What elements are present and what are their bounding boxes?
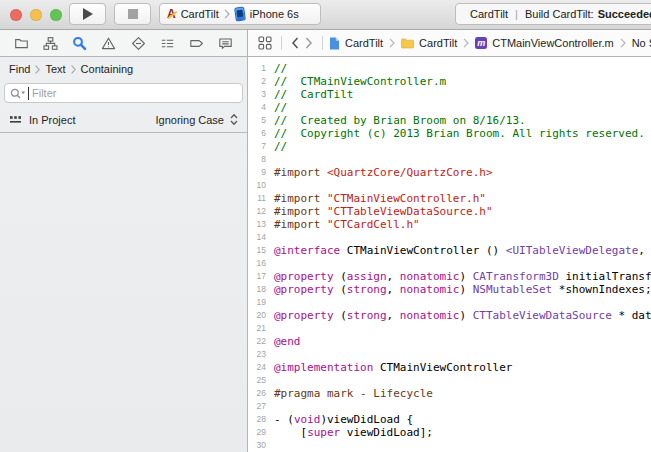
code-line-content[interactable]: // [274,140,287,153]
related-items-icon[interactable] [258,36,272,50]
line-number[interactable]: 5 [248,114,274,127]
line-number[interactable]: 18 [248,283,274,296]
line-number[interactable]: 30 [248,439,274,452]
line-number[interactable]: 15 [248,244,274,257]
code-line-content[interactable]: [super viewDidLoad]; [274,426,433,439]
report-navigator-icon[interactable] [218,35,234,51]
stepper-icon[interactable] [230,113,238,126]
go-forward-button[interactable] [305,37,313,49]
code-line-content[interactable]: @interface CTMainViewController () <UITa… [274,244,645,257]
line-number[interactable]: 8 [248,153,274,166]
find-mode-item-text[interactable]: Text [45,63,65,75]
code-line-content[interactable]: // [274,101,287,114]
find-scope-button[interactable]: In Project [9,114,75,126]
find-navigator-icon[interactable] [72,35,88,51]
code-line-content[interactable]: - (void)viewDidLoad { [274,413,413,426]
line-number[interactable]: 11 [248,192,274,205]
code-line-content[interactable]: // CardTilt [274,88,353,101]
code-line-content[interactable]: // CTMainViewController.m [274,75,446,88]
scheme-device-label[interactable]: iPhone 6s [250,8,299,20]
code-line-content[interactable]: @property (strong, nonatomic) NSMutableS… [274,283,651,296]
zoom-window-button[interactable] [50,9,62,21]
minimize-window-button[interactable] [30,9,42,21]
line-number[interactable]: 14 [248,231,274,244]
line-number[interactable]: 28 [248,413,274,426]
code-line-content[interactable]: @property (assign, nonatomic) CATransfor… [274,270,651,283]
debug-navigator-icon[interactable] [159,35,175,51]
code-line: 9#import <QuartzCore/QuartzCore.h> [248,166,651,179]
line-number[interactable]: 20 [248,309,274,322]
code-line-content[interactable]: @property (strong, nonatomic) CTTableVie… [274,309,651,322]
navigator-selector-bar [0,30,248,56]
divider [322,36,323,50]
find-input-field[interactable] [4,83,243,103]
code-line-content[interactable]: @end [274,335,301,348]
line-number[interactable]: 6 [248,127,274,140]
code-line-content[interactable]: // Created by Brian Broom on 8/16/13. [274,114,526,127]
code-line-content[interactable]: #pragma mark - Lifecycle [274,387,433,400]
line-number[interactable]: 4 [248,101,274,114]
line-number[interactable]: 1 [248,62,274,75]
find-text-input[interactable] [32,87,237,99]
test-navigator-icon[interactable] [130,35,146,51]
line-number[interactable]: 22 [248,335,274,348]
find-mode-item-containing[interactable]: Containing [81,63,134,75]
stop-button[interactable] [114,3,151,25]
go-back-button[interactable] [291,37,299,49]
run-button[interactable] [69,3,106,25]
jump-bar-item[interactable]: CardTilt [401,37,457,49]
line-number[interactable]: 21 [248,322,274,335]
code-line-content[interactable]: // [274,62,287,75]
symbol-navigator-icon[interactable] [42,35,58,51]
chevron-right-icon [224,9,230,19]
find-options-bar: In Project Ignoring Case [0,107,247,133]
source-editor[interactable]: 1//2// CTMainViewController.m3// CardTil… [248,57,651,452]
line-number[interactable]: 10 [248,179,274,192]
line-number[interactable]: 29 [248,426,274,439]
line-number[interactable]: 13 [248,218,274,231]
line-number[interactable]: 17 [248,270,274,283]
line-number[interactable]: 3 [248,88,274,101]
line-number[interactable]: 12 [248,205,274,218]
code-line-content[interactable]: #import "CTMainViewController.h" [274,192,486,205]
scheme-target-label[interactable]: CardTilt [181,8,219,20]
code-line: 23 [248,348,651,361]
jump-bar-item[interactable]: CardTilt [329,37,383,50]
code-line-content[interactable]: #import "CTCardCell.h" [274,218,420,231]
search-icon[interactable] [10,88,26,99]
code-line: 19 [248,296,651,309]
jump-bar-item[interactable]: mCTMainViewController.m [475,37,613,49]
line-number[interactable]: 27 [248,400,274,413]
scope-icon [9,114,23,125]
code-line: 16 [248,257,651,270]
match-case-selector[interactable]: Ignoring Case [156,113,239,126]
find-scope-label[interactable]: In Project [29,114,75,126]
line-number[interactable]: 9 [248,166,274,179]
issue-navigator-icon[interactable] [101,35,117,51]
line-number[interactable]: 16 [248,257,274,270]
code-line-content[interactable]: @implementation CTMainViewController [274,361,512,374]
close-window-button[interactable] [10,9,22,21]
match-case-label[interactable]: Ignoring Case [156,114,225,126]
scheme-selector[interactable]: A CardTilt iPhone 6s [159,3,321,25]
line-number[interactable]: 7 [248,140,274,153]
jump-bar-item[interactable]: No Selection [632,37,651,49]
jump-bar-item-label: CTMainViewController.m [492,37,613,49]
breakpoint-navigator-icon[interactable] [189,35,205,51]
find-mode-item-find[interactable]: Find [9,63,30,75]
code-line-content[interactable]: // Copyright (c) 2013 Brian Broom. All r… [274,127,645,140]
line-number[interactable]: 24 [248,361,274,374]
line-number[interactable]: 25 [248,374,274,387]
line-number[interactable]: 23 [248,348,274,361]
line-number[interactable]: 26 [248,387,274,400]
line-number[interactable]: 2 [248,75,274,88]
project-navigator-icon[interactable] [13,35,29,51]
find-mode-breadcrumb: FindTextContaining [0,57,247,81]
code-line: 11#import "CTMainViewController.h" [248,192,651,205]
line-number[interactable]: 19 [248,296,274,309]
code-line: 29 [super viewDidLoad]; [248,426,651,439]
stop-icon [128,9,138,19]
status-build-label: Build CardTilt: [525,8,594,20]
code-line-content[interactable]: #import "CTTableViewDataSource.h" [274,205,493,218]
code-line-content[interactable]: #import <QuartzCore/QuartzCore.h> [274,166,493,179]
